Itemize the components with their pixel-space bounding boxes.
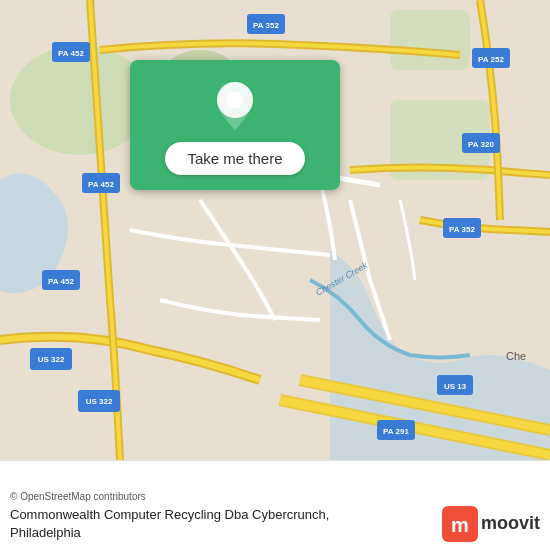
location-card: Take me there [130,60,340,190]
osm-credit: © OpenStreetMap contributors [10,491,540,502]
svg-text:Che: Che [506,350,526,362]
svg-rect-3 [390,10,470,70]
svg-point-32 [227,92,243,108]
pin-icon [213,80,257,132]
map-container: PA 452 PA 352 PA 252 PA 452 PA 352 PA 32… [0,0,550,460]
svg-text:PA 352: PA 352 [253,21,279,30]
svg-text:m: m [451,514,469,536]
svg-text:PA 320: PA 320 [468,140,494,149]
svg-text:US 322: US 322 [38,355,65,364]
svg-text:PA 291: PA 291 [383,427,409,436]
svg-text:PA 252: PA 252 [478,55,504,64]
svg-text:PA 452: PA 452 [88,180,114,189]
moovit-brand-icon: m [442,506,478,542]
moovit-logo: m moovit [442,506,540,542]
location-name: Commonwealth Computer Recycling Dba Cybe… [10,506,350,542]
svg-text:US 13: US 13 [444,382,467,391]
bottom-bar: © OpenStreetMap contributors Commonwealt… [0,460,550,550]
bottom-content: Commonwealth Computer Recycling Dba Cybe… [10,506,540,542]
svg-text:PA 452: PA 452 [48,277,74,286]
moovit-text-label: moovit [481,513,540,534]
svg-text:PA 452: PA 452 [58,49,84,58]
svg-text:US 322: US 322 [86,397,113,406]
take-me-there-button[interactable]: Take me there [165,142,304,175]
svg-text:PA 352: PA 352 [449,225,475,234]
